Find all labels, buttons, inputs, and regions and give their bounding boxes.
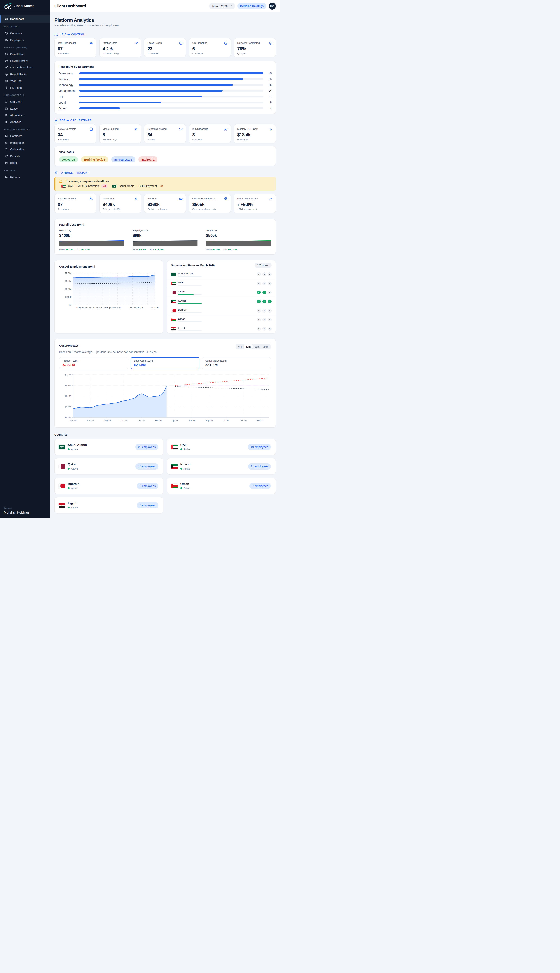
svg-text:Aug 25: Aug 25 [103, 419, 111, 421]
svg-text:Oct 25: Oct 25 [121, 419, 128, 421]
svg-text:Oct 26: Oct 26 [223, 419, 229, 421]
svg-text:Apr 26: Apr 26 [172, 419, 178, 421]
svg-text:$1.5M: $1.5M [65, 280, 72, 283]
svg-text:Jun 25: Jun 25 [84, 306, 92, 309]
svg-text:Dec 25: Dec 25 [138, 419, 145, 421]
svg-text:Dec 25: Dec 25 [129, 306, 137, 309]
svg-text:Aug 25: Aug 25 [99, 306, 107, 309]
svg-text:Feb 27: Feb 27 [257, 419, 263, 421]
svg-text:GK: GK [4, 4, 12, 9]
svg-text:Jun 26: Jun 26 [189, 419, 196, 421]
svg-text:$1.9M: $1.9M [65, 384, 71, 386]
svg-text:$1.0M: $1.0M [65, 288, 72, 291]
svg-text:Sep 25: Sep 25 [107, 306, 114, 309]
svg-text:Oct 25: Oct 25 [114, 306, 121, 309]
svg-text:Jun 25: Jun 25 [87, 419, 94, 421]
svg-text:Dec 26: Dec 26 [239, 419, 247, 421]
svg-text:Jan 26: Jan 26 [136, 306, 144, 309]
svg-text:$2.0M: $2.0M [65, 373, 71, 376]
svg-text:$1.7M: $1.7M [65, 406, 71, 408]
svg-text:Mar 26: Mar 26 [151, 306, 159, 309]
svg-text:$2.0M: $2.0M [65, 272, 72, 275]
svg-text:$0: $0 [68, 304, 72, 306]
svg-text:May 25: May 25 [77, 306, 84, 309]
svg-text:Aug 26: Aug 26 [205, 419, 213, 421]
svg-text:Apr 25: Apr 25 [70, 419, 77, 421]
svg-text:$1.8M: $1.8M [65, 395, 71, 397]
svg-text:$1.6M: $1.6M [65, 416, 71, 419]
svg-text:Jul 25: Jul 25 [92, 306, 98, 309]
svg-text:$500k: $500k [65, 296, 72, 298]
svg-text:Feb 26: Feb 26 [155, 419, 162, 421]
